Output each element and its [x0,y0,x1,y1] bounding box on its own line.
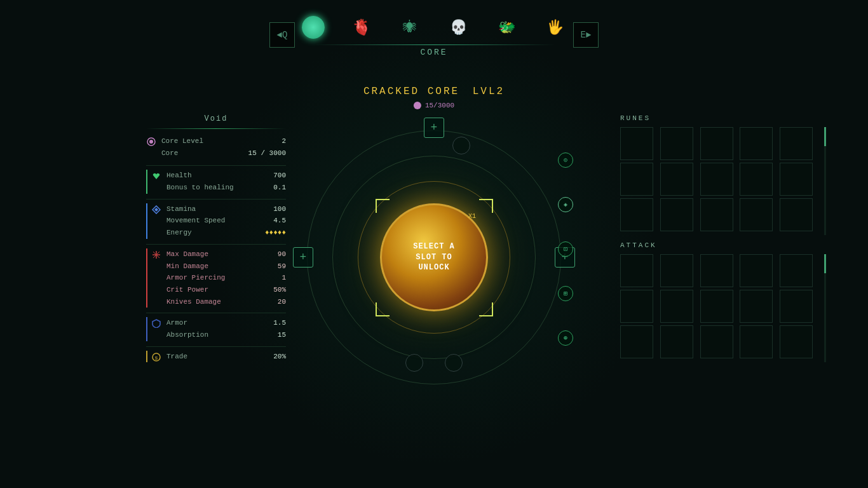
svg-point-1 [149,140,153,144]
attack-cell-1-2[interactable] [700,290,733,323]
rune-cell-0-1[interactable] [660,127,693,160]
attack-cell-2-0[interactable] [620,325,653,358]
stat-group-defense: Armor 1.5 Absorption 15 [146,317,286,341]
rune-cell-1-4[interactable] [780,163,813,196]
attack-cell-2-4[interactable] [780,325,813,358]
stat-row-stamina: Stamina 100 [166,203,286,215]
stat-sep-2 [146,199,286,200]
rune-cell-0-4[interactable] [780,127,813,160]
attack-cell-0-2[interactable] [700,254,733,287]
runes-scrollbar[interactable] [824,127,826,235]
nav-icon-spider[interactable]: 🕷 [395,13,424,42]
orbit-side-btn-2[interactable]: ◈ [558,197,573,212]
orbit-side-btn-4[interactable]: ⊞ [558,286,573,301]
core-stat-icon [146,137,156,147]
orbit-small-slot-br[interactable] [445,354,463,372]
core-circle[interactable]: X1 SELECT A SLOT TO UNLOCK [380,203,488,311]
attack-cell-0-0[interactable] [620,254,653,287]
stat-row-absorption: Absorption 15 [166,329,286,341]
attack-cell-0-1[interactable] [660,254,693,287]
stat-group-vitality: Health 700 Bonus to healing 0.1 [146,170,286,193]
stat-row-armor: Armor 1.5 [166,317,286,329]
nav-label: CORE [420,48,447,57]
stamina-icon [151,205,161,215]
attack-grid [620,254,817,358]
orbit-side-btn-1[interactable]: ⊙ [558,152,573,168]
vitality-stat-lines: Health 700 Bonus to healing 0.1 [166,170,286,193]
orbit-side-btn-3[interactable]: ⊡ [558,241,573,257]
orbit-slot-top-add[interactable]: + [424,118,444,138]
panel-title: Void [146,114,286,123]
attack-cell-2-2[interactable] [700,325,733,358]
stat-group-stamina: Stamina 100 Movement Speed 4.5 Energy ♦♦… [146,203,286,239]
stat-group-damage: Max Damage 90 Min Damage 59 Armor Pierci… [146,248,286,308]
rune-cell-2-4[interactable] [780,198,813,231]
attack-cell-2-3[interactable] [740,325,773,358]
attack-scrollbar[interactable] [824,254,826,362]
stat-row-min-damage: Min Damage 59 [166,261,286,273]
rune-cell-0-2[interactable] [700,127,733,160]
defense-stat-lines: Armor 1.5 Absorption 15 [166,317,286,341]
stat-row-crit-power: Crit Power 50% [166,284,286,296]
rune-cell-1-2[interactable] [700,163,733,196]
attack-title: ATTACK [620,241,817,249]
core-stat-lines: Core Level 2 Core 15 / 3000 [161,135,286,159]
rune-cell-1-1[interactable] [660,163,693,196]
core-xp-bar: 15/3000 [414,102,454,109]
nav-right-button[interactable]: E► [573,22,599,48]
attack-cell-1-3[interactable] [740,290,773,323]
attack-cell-0-4[interactable] [780,254,813,287]
stamina-stat-lines: Stamina 100 Movement Speed 4.5 Energy ♦♦… [166,203,286,239]
attack-cell-1-4[interactable] [780,290,813,323]
attack-cell-2-1[interactable] [660,325,693,358]
nav-icon-mask[interactable]: 🐲 [492,13,521,42]
runes-grid [620,127,817,231]
rune-cell-0-3[interactable] [740,127,773,160]
stat-row-core-level: Core Level 2 [161,135,286,147]
nav-icon-skull[interactable]: 💀 [444,13,473,42]
trade-icon: $ [151,352,161,362]
attack-cell-0-3[interactable] [740,254,773,287]
nav-icons-row: 🫀 🕷 💀 🐲 🖐 [299,13,569,42]
nav-icon-core[interactable] [299,13,328,42]
rune-cell-0-0[interactable] [620,127,653,160]
stat-row-health: Health 700 [166,170,286,182]
stats-panel: Void Core Level 2 Core 15 / 3000 [146,114,286,367]
right-panel: RUNES ATTACK [620,114,817,369]
xp-icon [414,102,421,109]
orbit-side-btn-5[interactable]: ⊛ [558,330,573,346]
svg-marker-3 [154,208,158,212]
stat-row-movement: Movement Speed 4.5 [166,215,286,227]
stat-group-core: Core Level 2 Core 15 / 3000 [146,135,286,159]
stat-row-bonus-healing: Bonus to healing 0.1 [166,182,286,194]
stat-sep-5 [146,346,286,347]
trade-stat-lines: Trade 20% [166,351,286,363]
stat-row-trade: Trade 20% [166,351,286,363]
nav-icon-heart[interactable]: 🫀 [347,13,376,42]
attack-cell-1-0[interactable] [620,290,653,323]
orbit-side-buttons: ⊙ ◈ ⊡ ⊞ ⊛ [558,152,573,346]
rune-cell-2-3[interactable] [740,198,773,231]
runes-scrollbar-thumb [824,127,826,146]
orbit-slot-left-add[interactable]: + [293,247,313,268]
stat-sep-4 [146,313,286,313]
damage-stat-lines: Max Damage 90 Min Damage 59 Armor Pierci… [166,248,286,308]
stat-group-trade: $ Trade 20% [146,351,286,363]
rune-cell-1-3[interactable] [740,163,773,196]
stat-row-max-damage: Max Damage 90 [166,248,286,261]
rune-cell-2-0[interactable] [620,198,653,231]
stat-sep-3 [146,244,286,245]
rune-cell-2-2[interactable] [700,198,733,231]
nav-icon-hand[interactable]: 🖐 [540,13,569,42]
defense-icon [151,318,161,329]
orbit-small-slot-bl[interactable] [405,354,423,372]
svg-text:$: $ [155,355,158,361]
attack-cell-1-1[interactable] [660,290,693,323]
runes-title: RUNES [620,114,817,122]
stat-row-knives-damage: Knives Damage 20 [166,296,286,308]
rune-cell-2-1[interactable] [660,198,693,231]
nav-left-button[interactable]: ◄Q [269,22,295,48]
nav-underline [313,44,555,45]
core-title: CRACKED CORE LVL2 [363,86,505,97]
rune-cell-1-0[interactable] [620,163,653,196]
